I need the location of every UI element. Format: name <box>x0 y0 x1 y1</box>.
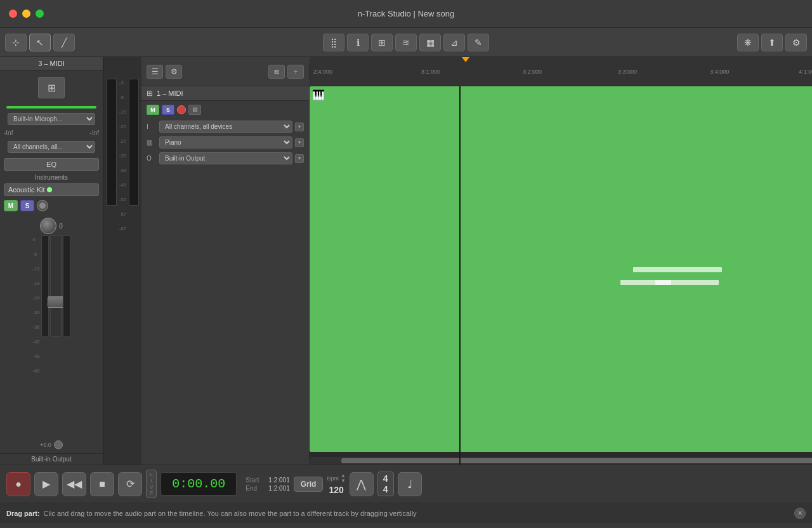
track-solo-btn[interactable]: S <box>162 105 174 115</box>
track-instrument-select[interactable]: Piano <box>159 136 292 148</box>
output-dropdown-arrow[interactable]: ▾ <box>295 154 304 163</box>
bpm-value[interactable]: 120 <box>329 485 343 495</box>
track-row: ⊞ 1 – MIDI M S 🖼 I All channels, all dev… <box>141 86 812 465</box>
time-display: 0:00.00 <box>160 472 237 496</box>
fader-track[interactable] <box>50 235 62 337</box>
toolbar-mixer-btn[interactable]: ⣿ <box>323 34 344 51</box>
ruler-mark-34: 3:4:000 <box>675 69 764 75</box>
toolbar-network-btn[interactable]: ❋ <box>737 34 759 51</box>
toolbar-piano-btn[interactable]: ▦ <box>419 34 441 51</box>
track-area: ☰ ⚙ ≋ + 2:4:000 3:1:000 3:2:000 3:3:000 … <box>141 57 812 465</box>
rewind-button[interactable]: ◀◀ <box>62 472 86 496</box>
pan-knob[interactable] <box>54 440 63 449</box>
music-button[interactable]: ♩ <box>398 472 422 496</box>
ruler-mark-41: 4:1:000 <box>764 69 812 75</box>
volume-knob[interactable] <box>40 218 56 234</box>
track-mute-btn[interactable]: M <box>147 105 159 115</box>
toolbar-settings-btn[interactable]: ⚙ <box>785 34 807 51</box>
transport-bar: ● ▶ ◀◀ ■ ⟳ L I V E 0:00.00 Start 1:2:001… <box>0 465 812 503</box>
channel-icon-btn[interactable]: ⊞ <box>38 77 65 98</box>
track-name: 1 – MIDI <box>157 89 183 97</box>
ruler-mark-33: 3:3:000 <box>580 69 675 75</box>
status-label: Drag part: <box>6 510 40 517</box>
track-instrument-row: ▥ Piano ▾ <box>141 135 309 150</box>
time-sig-denominator: 4 <box>383 484 388 495</box>
close-button[interactable] <box>9 10 17 18</box>
toolbar-envelope-btn[interactable]: ╱ <box>53 34 75 51</box>
toolbar-info-btn[interactable]: ℹ <box>347 34 369 51</box>
transport-info: Start 1:2:001 End 1:2:001 <box>246 477 289 492</box>
titlebar-controls <box>9 10 44 18</box>
timeline-header: 2:4:000 3:1:000 3:2:000 3:3:000 3:4:000 … <box>310 57 812 86</box>
acoustic-kit-button[interactable]: Acoustic Kit <box>4 183 99 196</box>
metronome-button[interactable]: ⋀ <box>350 472 374 496</box>
channel-header: 3 – MIDI <box>0 57 103 70</box>
status-text: Clic and drag to move the audio part on … <box>44 510 790 517</box>
piano-icon: 🎹 <box>312 89 325 101</box>
playhead-line <box>459 86 461 465</box>
music-icon: ♩ <box>407 477 412 491</box>
record-arm-inner <box>39 202 46 209</box>
track-image-btn[interactable]: 🖼 <box>188 105 201 115</box>
record-arm-button[interactable] <box>37 200 48 211</box>
midi-note-1 <box>633 267 722 272</box>
vu-scale: -3 -9 -15 -21 -27 -33 -39 -45 -51 -57 -6… <box>119 79 127 232</box>
left-meter <box>41 235 49 337</box>
eq-button[interactable]: EQ <box>4 158 99 171</box>
track-controls: ⊞ 1 – MIDI M S 🖼 I All channels, all dev… <box>141 86 310 465</box>
scrollbar-horizontal[interactable] <box>310 457 812 465</box>
instruments-label: Instruments <box>0 173 103 182</box>
toolbar-grid-btn[interactable]: ⊞ <box>371 34 393 51</box>
grid-button[interactable]: Grid <box>294 477 324 492</box>
minimize-button[interactable] <box>22 10 30 18</box>
track-record-btn[interactable] <box>177 105 186 114</box>
kit-dot <box>47 187 52 192</box>
vu-left-bar <box>107 79 117 206</box>
channel-input-select[interactable]: Built-in Microph... <box>8 113 95 125</box>
channel-channel-select[interactable]: All channels, all... <box>8 141 95 153</box>
bpm-arrows[interactable]: ▲ ▼ <box>341 473 346 484</box>
settings-track-btn[interactable]: ⚙ <box>166 65 182 79</box>
add-track-btn[interactable]: + <box>287 65 304 79</box>
vu-scale-left: 0 -6 -12 -18 -24 -30 -36 -42 -48 -60 <box>32 235 40 439</box>
timeline-content[interactable]: 🎹 ▲ ▼ ⊞ <box>310 86 812 465</box>
filter-btn[interactable]: ☰ <box>147 65 163 79</box>
midi-note-3 <box>655 280 719 285</box>
bpm-down-arrow[interactable]: ▼ <box>341 478 346 484</box>
track-msrp: M S 🖼 <box>141 101 309 119</box>
live-button[interactable]: L I V E <box>146 470 157 498</box>
loop-icon: ⟳ <box>126 478 134 490</box>
toolbar-pencil-btn[interactable]: ✎ <box>468 34 489 51</box>
start-row: Start 1:2:001 <box>246 477 289 484</box>
toolbar-arrange-btn[interactable]: ⊹ <box>5 34 27 51</box>
metronome-icon: ⋀ <box>357 477 366 491</box>
channel-dropdown-arrow[interactable]: ▾ <box>295 122 304 131</box>
solo-button[interactable]: S <box>20 200 34 211</box>
piano-roll-region[interactable]: 🎹 <box>310 86 812 452</box>
time-sig-numerator: 4 <box>383 473 388 484</box>
vu-meters-column: -3 -9 -15 -21 -27 -33 -39 -45 -51 -57 -6… <box>103 57 141 465</box>
scrollbar-h-thumb[interactable] <box>341 458 812 463</box>
toolbar-select-btn[interactable]: ↖ <box>29 34 51 51</box>
track-channel-select[interactable]: All channels, all devices <box>159 121 292 133</box>
track-name-bar: ⊞ 1 – MIDI <box>141 86 309 101</box>
record-button[interactable]: ● <box>6 472 30 496</box>
channel-name: 3 – MIDI <box>38 60 65 67</box>
waveform-btn[interactable]: ≋ <box>268 65 285 79</box>
toolbar-waveform-btn[interactable]: ≋ <box>395 34 417 51</box>
playhead-marker <box>462 57 469 62</box>
mute-button[interactable]: M <box>4 200 18 211</box>
rewind-icon: ◀◀ <box>67 478 82 490</box>
maximize-button[interactable] <box>36 10 44 18</box>
loop-button[interactable]: ⟳ <box>118 472 142 496</box>
status-close-btn[interactable]: ✕ <box>794 508 806 519</box>
play-button[interactable]: ▶ <box>34 472 58 496</box>
stop-icon: ■ <box>99 478 105 490</box>
main-container: 3 – MIDI ⊞ Built-in Microph... -Inf -Inf… <box>0 57 812 465</box>
toolbar-chart-btn[interactable]: ⊿ <box>443 34 465 51</box>
stop-button[interactable]: ■ <box>90 472 114 496</box>
instrument-dropdown-arrow[interactable]: ▾ <box>295 138 304 147</box>
toolbar-share-btn[interactable]: ⬆ <box>761 34 783 51</box>
track-output-select[interactable]: Built-in Output <box>159 152 292 164</box>
time-signature[interactable]: 4 4 <box>377 472 394 497</box>
